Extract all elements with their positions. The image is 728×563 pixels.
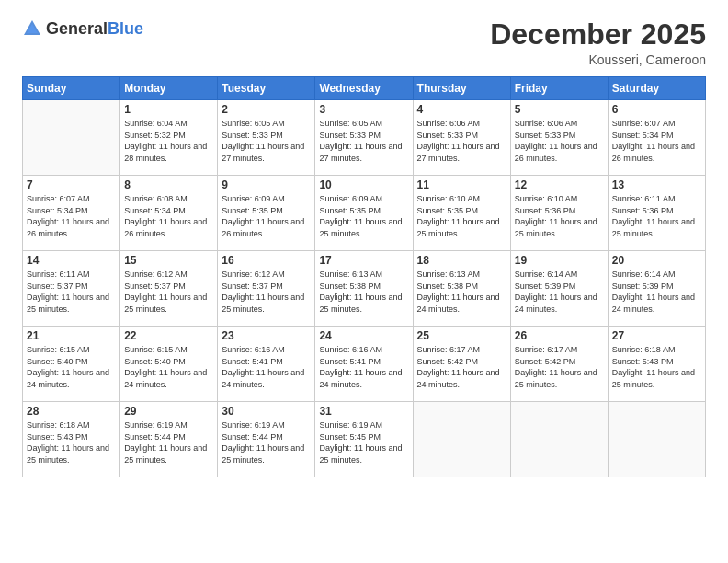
week-row-4: 28Sunrise: 6:18 AM Sunset: 5:43 PM Dayli… [23, 402, 706, 477]
cell-2-4: 18Sunrise: 6:13 AM Sunset: 5:38 PM Dayli… [413, 251, 510, 327]
col-header-tuesday: Tuesday [218, 77, 315, 100]
cell-4-4 [413, 402, 510, 477]
cell-info: Sunrise: 6:17 AM Sunset: 5:42 PM Dayligh… [515, 344, 604, 390]
day-number: 11 [417, 178, 506, 191]
week-row-2: 14Sunrise: 6:11 AM Sunset: 5:37 PM Dayli… [23, 251, 706, 327]
cell-4-3: 31Sunrise: 6:19 AM Sunset: 5:45 PM Dayli… [315, 402, 413, 477]
cell-2-3: 17Sunrise: 6:13 AM Sunset: 5:38 PM Dayli… [315, 251, 413, 327]
cell-3-5: 26Sunrise: 6:17 AM Sunset: 5:42 PM Dayli… [510, 327, 608, 402]
cell-info: Sunrise: 6:05 AM Sunset: 5:33 PM Dayligh… [222, 118, 311, 164]
cell-info: Sunrise: 6:05 AM Sunset: 5:33 PM Dayligh… [319, 118, 408, 164]
cell-info: Sunrise: 6:07 AM Sunset: 5:34 PM Dayligh… [612, 118, 701, 164]
cell-0-4: 4Sunrise: 6:06 AM Sunset: 5:33 PM Daylig… [413, 100, 510, 176]
day-number: 14 [27, 254, 116, 267]
cell-1-1: 8Sunrise: 6:08 AM Sunset: 5:34 PM Daylig… [120, 176, 218, 251]
day-number: 8 [124, 178, 213, 191]
cell-info: Sunrise: 6:06 AM Sunset: 5:33 PM Dayligh… [515, 118, 604, 164]
day-number: 28 [27, 405, 116, 418]
cell-0-0 [23, 100, 120, 176]
cell-info: Sunrise: 6:14 AM Sunset: 5:39 PM Dayligh… [515, 269, 604, 315]
day-number: 13 [612, 178, 701, 191]
day-number: 23 [222, 329, 311, 342]
cell-0-6: 6Sunrise: 6:07 AM Sunset: 5:34 PM Daylig… [608, 100, 705, 176]
day-number: 30 [222, 405, 311, 418]
day-number: 20 [612, 254, 701, 267]
col-header-sunday: Sunday [23, 77, 120, 100]
cell-1-4: 11Sunrise: 6:10 AM Sunset: 5:35 PM Dayli… [413, 176, 510, 251]
cell-info: Sunrise: 6:10 AM Sunset: 5:35 PM Dayligh… [417, 193, 506, 239]
cell-info: Sunrise: 6:10 AM Sunset: 5:36 PM Dayligh… [515, 193, 604, 239]
cell-info: Sunrise: 6:04 AM Sunset: 5:32 PM Dayligh… [124, 118, 213, 164]
cell-3-6: 27Sunrise: 6:18 AM Sunset: 5:43 PM Dayli… [608, 327, 705, 402]
logo-icon [22, 18, 42, 39]
cell-1-0: 7Sunrise: 6:07 AM Sunset: 5:34 PM Daylig… [23, 176, 120, 251]
cell-info: Sunrise: 6:18 AM Sunset: 5:43 PM Dayligh… [612, 344, 701, 390]
cell-0-1: 1Sunrise: 6:04 AM Sunset: 5:32 PM Daylig… [120, 100, 218, 176]
cell-1-6: 13Sunrise: 6:11 AM Sunset: 5:36 PM Dayli… [608, 176, 705, 251]
logo-blue: Blue [108, 19, 143, 38]
day-number: 16 [222, 254, 311, 267]
col-header-wednesday: Wednesday [315, 77, 413, 100]
cell-info: Sunrise: 6:19 AM Sunset: 5:45 PM Dayligh… [319, 419, 408, 465]
day-number: 24 [319, 329, 408, 342]
day-number: 31 [319, 405, 408, 418]
cell-info: Sunrise: 6:07 AM Sunset: 5:34 PM Dayligh… [27, 193, 116, 239]
month-title: December 2025 [490, 18, 706, 51]
header-row: SundayMondayTuesdayWednesdayThursdayFrid… [23, 77, 706, 100]
calendar-table: SundayMondayTuesdayWednesdayThursdayFrid… [22, 76, 706, 477]
cell-0-3: 3Sunrise: 6:05 AM Sunset: 5:33 PM Daylig… [315, 100, 413, 176]
page: GeneralBlue December 2025 Kousseri, Came… [0, 0, 728, 563]
cell-info: Sunrise: 6:08 AM Sunset: 5:34 PM Dayligh… [124, 193, 213, 239]
week-row-0: 1Sunrise: 6:04 AM Sunset: 5:32 PM Daylig… [23, 100, 706, 176]
day-number: 1 [124, 103, 213, 116]
day-number: 7 [27, 178, 116, 191]
cell-info: Sunrise: 6:06 AM Sunset: 5:33 PM Dayligh… [417, 118, 506, 164]
cell-4-0: 28Sunrise: 6:18 AM Sunset: 5:43 PM Dayli… [23, 402, 120, 477]
col-header-thursday: Thursday [413, 77, 510, 100]
cell-info: Sunrise: 6:19 AM Sunset: 5:44 PM Dayligh… [124, 419, 213, 465]
cell-info: Sunrise: 6:18 AM Sunset: 5:43 PM Dayligh… [27, 419, 116, 465]
day-number: 22 [124, 329, 213, 342]
cell-info: Sunrise: 6:12 AM Sunset: 5:37 PM Dayligh… [222, 269, 311, 315]
logo: GeneralBlue [22, 18, 143, 39]
cell-0-5: 5Sunrise: 6:06 AM Sunset: 5:33 PM Daylig… [510, 100, 608, 176]
cell-info: Sunrise: 6:09 AM Sunset: 5:35 PM Dayligh… [222, 193, 311, 239]
day-number: 26 [515, 329, 604, 342]
cell-4-6 [608, 402, 705, 477]
cell-2-2: 16Sunrise: 6:12 AM Sunset: 5:37 PM Dayli… [218, 251, 315, 327]
cell-info: Sunrise: 6:19 AM Sunset: 5:44 PM Dayligh… [222, 419, 311, 465]
cell-info: Sunrise: 6:11 AM Sunset: 5:36 PM Dayligh… [612, 193, 701, 239]
cell-3-1: 22Sunrise: 6:15 AM Sunset: 5:40 PM Dayli… [120, 327, 218, 402]
cell-3-0: 21Sunrise: 6:15 AM Sunset: 5:40 PM Dayli… [23, 327, 120, 402]
col-header-friday: Friday [510, 77, 608, 100]
cell-info: Sunrise: 6:13 AM Sunset: 5:38 PM Dayligh… [319, 269, 408, 315]
cell-info: Sunrise: 6:15 AM Sunset: 5:40 PM Dayligh… [124, 344, 213, 390]
week-row-3: 21Sunrise: 6:15 AM Sunset: 5:40 PM Dayli… [23, 327, 706, 402]
col-header-saturday: Saturday [608, 77, 705, 100]
cell-2-0: 14Sunrise: 6:11 AM Sunset: 5:37 PM Dayli… [23, 251, 120, 327]
cell-0-2: 2Sunrise: 6:05 AM Sunset: 5:33 PM Daylig… [218, 100, 315, 176]
logo-general: General [46, 19, 108, 38]
day-number: 12 [515, 178, 604, 191]
day-number: 10 [319, 178, 408, 191]
cell-2-1: 15Sunrise: 6:12 AM Sunset: 5:37 PM Dayli… [120, 251, 218, 327]
day-number: 19 [515, 254, 604, 267]
title-block: December 2025 Kousseri, Cameroon [490, 18, 706, 67]
day-number: 29 [124, 405, 213, 418]
col-header-monday: Monday [120, 77, 218, 100]
location: Kousseri, Cameroon [490, 52, 706, 67]
cell-1-3: 10Sunrise: 6:09 AM Sunset: 5:35 PM Dayli… [315, 176, 413, 251]
cell-info: Sunrise: 6:14 AM Sunset: 5:39 PM Dayligh… [612, 269, 701, 315]
day-number: 21 [27, 329, 116, 342]
day-number: 17 [319, 254, 408, 267]
cell-info: Sunrise: 6:09 AM Sunset: 5:35 PM Dayligh… [319, 193, 408, 239]
cell-4-1: 29Sunrise: 6:19 AM Sunset: 5:44 PM Dayli… [120, 402, 218, 477]
day-number: 3 [319, 103, 408, 116]
cell-3-3: 24Sunrise: 6:16 AM Sunset: 5:41 PM Dayli… [315, 327, 413, 402]
cell-2-6: 20Sunrise: 6:14 AM Sunset: 5:39 PM Dayli… [608, 251, 705, 327]
cell-4-2: 30Sunrise: 6:19 AM Sunset: 5:44 PM Dayli… [218, 402, 315, 477]
cell-info: Sunrise: 6:13 AM Sunset: 5:38 PM Dayligh… [417, 269, 506, 315]
day-number: 4 [417, 103, 506, 116]
day-number: 9 [222, 178, 311, 191]
day-number: 25 [417, 329, 506, 342]
